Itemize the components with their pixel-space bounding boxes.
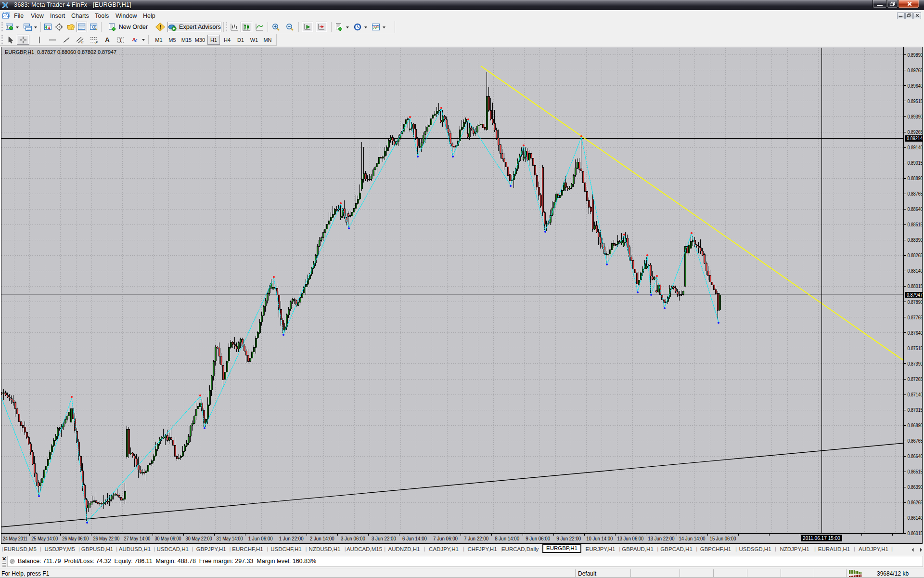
svg-text:25 May 14:00: 25 May 14:00 [31,536,58,541]
svg-text:9 Jun 22:00: 9 Jun 22:00 [556,536,581,541]
svg-text:0.89015: 0.89015 [908,160,923,166]
svg-text:0.87390: 0.87390 [908,361,923,367]
svg-text:EURGBP,H1 0.87827 0.88060 0.8: EURGBP,H1 0.87827 0.88060 0.87802 0.8794… [5,49,116,55]
svg-text:0.88765: 0.88765 [908,191,923,197]
svg-text:7 Jun 22:00: 7 Jun 22:00 [464,536,488,541]
svg-text:0.87640: 0.87640 [908,330,923,336]
svg-text:0.87015: 0.87015 [908,407,923,413]
svg-text:24 May 2011: 24 May 2011 [3,536,27,541]
svg-text:6 Jun 14:00: 6 Jun 14:00 [402,536,427,541]
svg-text:0.88015: 0.88015 [908,283,923,289]
svg-text:0.88640: 0.88640 [908,206,923,212]
svg-text:7 Jun 06:00: 7 Jun 06:00 [433,536,458,541]
svg-text:0.89390: 0.89390 [908,114,923,119]
svg-text:15 Jun 06:00: 15 Jun 06:00 [710,536,736,541]
svg-text:0.89140: 0.89140 [908,144,923,150]
svg-text:0.87140: 0.87140 [908,392,923,397]
svg-text:0.86890: 0.86890 [908,422,923,428]
svg-text:27 May 14:00: 27 May 14:00 [124,536,150,541]
svg-text:0.86515: 0.86515 [908,469,923,474]
svg-text:0.86015: 0.86015 [908,530,923,536]
svg-text:13 Jun 22:00: 13 Jun 22:00 [648,536,675,541]
svg-text:2011.06.17 15:00: 2011.06.17 15:00 [803,535,840,541]
svg-text:0.89265: 0.89265 [908,129,923,135]
svg-text:8 Jun 14:00: 8 Jun 14:00 [495,536,519,541]
svg-text:0.89890: 0.89890 [908,52,923,58]
svg-text:0.87890: 0.87890 [908,299,923,305]
svg-text:1 Jun 22:00: 1 Jun 22:00 [279,536,304,541]
svg-text:0.89765: 0.89765 [908,67,923,73]
svg-text:0.86640: 0.86640 [908,453,923,459]
svg-text:0.88515: 0.88515 [908,222,923,227]
svg-text:26 May 06:00: 26 May 06:00 [62,536,89,541]
svg-text:0.86390: 0.86390 [908,484,923,490]
svg-text:3 Jun 06:00: 3 Jun 06:00 [341,536,365,541]
svg-text:26 May 22:00: 26 May 22:00 [93,536,119,541]
svg-text:T: T [119,38,123,43]
svg-text:14 Jun 14:00: 14 Jun 14:00 [679,536,706,541]
svg-text:30 May 06:00: 30 May 06:00 [155,536,181,541]
svg-text:0.87265: 0.87265 [908,376,923,382]
svg-text:0.88265: 0.88265 [908,252,923,258]
svg-text:E: E [81,40,84,44]
svg-text:0.88390: 0.88390 [908,237,923,243]
svg-text:3 Jun 22:00: 3 Jun 22:00 [372,536,396,541]
svg-text:0.88890: 0.88890 [908,175,923,181]
svg-text:30 May 22:00: 30 May 22:00 [186,536,212,541]
svg-text:0.89640: 0.89640 [908,83,923,89]
svg-text:0.87947: 0.87947 [907,292,923,298]
svg-text:9 Jun 06:00: 9 Jun 06:00 [526,536,550,541]
svg-text:0.87515: 0.87515 [908,345,923,351]
svg-text:0.86140: 0.86140 [908,515,923,521]
svg-text:0.86265: 0.86265 [908,499,923,505]
svg-text:0.87765: 0.87765 [908,315,923,320]
svg-text:0.86765: 0.86765 [908,438,923,444]
svg-text:31 May 14:00: 31 May 14:00 [217,536,243,541]
svg-text:1 Jun 06:00: 1 Jun 06:00 [248,536,273,541]
svg-text:F: F [96,40,98,44]
svg-text:2 Jun 14:00: 2 Jun 14:00 [310,536,334,541]
svg-text:0.89214: 0.89214 [907,135,923,141]
svg-text:0.88140: 0.88140 [908,268,923,274]
svg-text:10 Jun 14:00: 10 Jun 14:00 [586,536,613,541]
svg-text:0.89515: 0.89515 [908,98,923,104]
svg-text:13 Jun 06:00: 13 Jun 06:00 [617,536,643,541]
